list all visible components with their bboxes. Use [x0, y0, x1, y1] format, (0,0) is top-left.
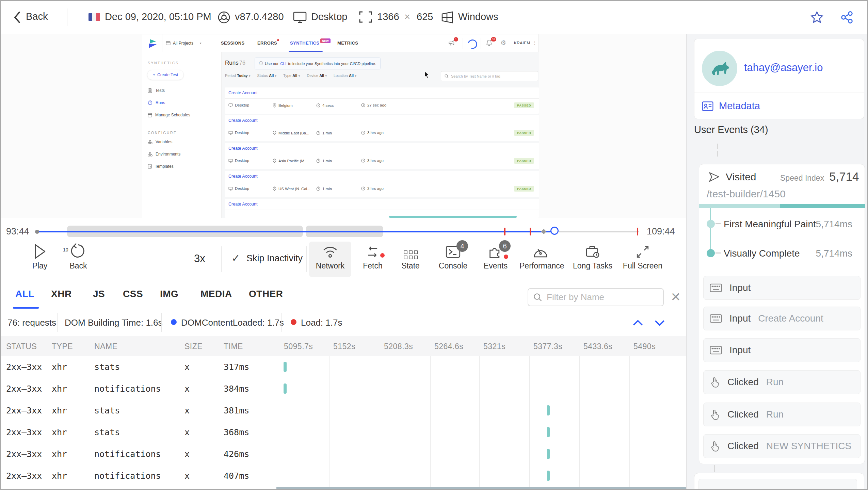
tab-media[interactable]: MEDIA: [200, 289, 232, 299]
time-tick: 5208.3s: [384, 342, 413, 351]
jump-next-icon[interactable]: [653, 318, 666, 328]
waterfall-mark: [547, 427, 550, 437]
back-button[interactable]: Back: [26, 11, 48, 22]
filter-location-value[interactable]: All: [349, 74, 354, 78]
full-screen-button[interactable]: Full Screen: [622, 242, 664, 277]
user-panel: tahay@asayer.io Metadata User Events (34…: [686, 34, 868, 490]
app-sidebar-item-environments[interactable]: Environments: [148, 152, 221, 157]
jump-prev-icon[interactable]: [631, 318, 644, 328]
panel-toggle-events[interactable]: 6 Events: [475, 242, 517, 277]
tab-all[interactable]: ALL: [15, 289, 34, 299]
visited-event-card[interactable]: Visited Speed Index 5,714 /test-builder/…: [699, 164, 865, 464]
skip-inactivity-toggle[interactable]: Skip Inactivity: [246, 253, 303, 264]
table-row[interactable]: 2xx–3xx xhr notifications x 384ms: [1, 378, 686, 400]
tab-css[interactable]: CSS: [123, 289, 143, 299]
app-sidebar-item-templates[interactable]: Templates: [148, 164, 221, 169]
filter-type-value[interactable]: All: [292, 74, 297, 78]
cell-name: stats: [94, 362, 120, 372]
favorite-star-icon[interactable]: [810, 11, 824, 24]
panel-toggle-console[interactable]: 4 Console: [432, 242, 474, 277]
user-menu[interactable]: KRAIEM: [514, 41, 530, 45]
run-name-link[interactable]: Create Account: [228, 202, 257, 207]
run-name-link[interactable]: Create Account: [228, 146, 257, 151]
app-tab-errors[interactable]: ERRORS: [257, 40, 277, 46]
timeline-marker-gray[interactable]: [541, 229, 547, 234]
back-10-button[interactable]: 10 Back: [57, 242, 99, 277]
country-flag-france: [89, 13, 100, 21]
settings-gear-icon[interactable]: ⚙: [500, 39, 506, 47]
timeline-event-marker-red[interactable]: [530, 228, 531, 235]
cell-status: 2xx–3xx: [6, 384, 42, 394]
environments-label: Environments: [156, 152, 180, 157]
timeline-playhead-handle[interactable]: [550, 227, 559, 235]
new-badge: NEW: [320, 38, 331, 43]
run-card[interactable]: Create Account Desktop Belgium 4 secs 27…: [225, 87, 539, 114]
run-name-link[interactable]: Create Account: [228, 174, 257, 179]
timeline-start-marker: [35, 230, 39, 234]
speed-index-bar-light: [699, 204, 780, 208]
run-name-link[interactable]: Create Account: [228, 118, 257, 123]
event-item-clicked[interactable]: Clicked NEW SYNTHETICS: [703, 434, 861, 458]
filter-device-value[interactable]: All: [319, 74, 324, 78]
filter-input-box[interactable]: [528, 288, 664, 306]
app-tab-synthetics[interactable]: SYNTHETICS: [290, 40, 319, 46]
panel-toggle-network[interactable]: Network: [309, 242, 351, 277]
panel-toggle-performance[interactable]: Performance: [519, 242, 562, 277]
app-tab-metrics[interactable]: METRICS: [337, 40, 358, 46]
state-grid-icon: [389, 242, 432, 259]
user-email-link[interactable]: tahay@asayer.io: [744, 62, 823, 74]
event-item-input[interactable]: Input Create Account: [703, 307, 861, 330]
run-card[interactable]: Create Account Desktop Asia Pacific (M..…: [225, 143, 539, 169]
timeline-event-marker-red[interactable]: [637, 228, 638, 235]
app-sidebar-item-tests[interactable]: Tests: [148, 88, 221, 93]
timeline-event-marker-red[interactable]: [504, 228, 505, 235]
event-item-clicked[interactable]: Clicked Run: [703, 370, 861, 394]
event-item-input[interactable]: Input: [703, 276, 861, 300]
app-sidebar-item-runs[interactable]: Runs: [148, 100, 221, 105]
banner-cli-link[interactable]: CLI: [280, 62, 286, 66]
runs-clock-icon: [148, 100, 152, 105]
close-panel-icon[interactable]: ✕: [671, 290, 681, 304]
tab-other[interactable]: OTHER: [249, 289, 283, 299]
run-card-partial[interactable]: Create Account: [225, 199, 539, 218]
panel-toggle-state[interactable]: State: [389, 242, 432, 277]
active-tab-underline: [13, 307, 39, 309]
run-card[interactable]: Create Account Desktop US West (N. Cal..…: [225, 171, 539, 197]
table-row[interactable]: 2xx–3xx xhr notifications x 407ms: [1, 465, 686, 487]
app-sidebar-item-variables[interactable]: Variables: [148, 140, 221, 144]
run-name-link[interactable]: Create Account: [228, 91, 257, 95]
event-item-clicked[interactable]: Clicked Run: [703, 403, 861, 426]
app-sidebar-item-manage-schedules[interactable]: Manage Schedules: [148, 113, 221, 117]
app-tab-sessions[interactable]: SESSIONS: [221, 40, 245, 46]
tab-xhr[interactable]: XHR: [51, 289, 72, 299]
cell-size: x: [184, 384, 190, 394]
tab-js[interactable]: JS: [93, 289, 105, 299]
timeline-track[interactable]: [36, 218, 639, 240]
filter-input[interactable]: [546, 292, 649, 303]
cell-time: 407ms: [224, 471, 249, 481]
next-event-card-partial[interactable]: [694, 473, 864, 490]
runs-filters: Period Today ▾ Status All ▾ Type All ▾ D…: [225, 73, 356, 78]
run-card[interactable]: Create Account Desktop Middle East (Ba..…: [225, 115, 539, 141]
table-row[interactable]: 2xx–3xx xhr stats x 368ms: [1, 422, 686, 443]
search-icon: [533, 293, 543, 302]
share-icon[interactable]: [840, 11, 854, 24]
filter-period-value[interactable]: Today: [237, 74, 248, 78]
table-row[interactable]: 2xx–3xx xhr notifications x 426ms: [1, 443, 686, 465]
back-chevron-icon[interactable]: [13, 11, 22, 24]
event-item-input[interactable]: Input: [703, 338, 861, 362]
filter-status-value[interactable]: All: [269, 74, 274, 78]
event-connector: [714, 465, 715, 472]
table-row[interactable]: 2xx–3xx xhr stats x 381ms: [1, 400, 686, 422]
speed-toggle[interactable]: 3x: [194, 252, 205, 265]
kebab-menu-icon[interactable]: ⋮: [532, 40, 537, 45]
play-button[interactable]: Play: [19, 242, 61, 277]
app-search-box[interactable]: Search by Test Name or #Tag: [441, 71, 538, 81]
tab-img[interactable]: IMG: [160, 289, 178, 299]
table-row[interactable]: 2xx–3xx xhr stats x 317ms: [1, 356, 686, 378]
metadata-button[interactable]: Metadata: [702, 100, 760, 112]
panel-toggle-long-tasks[interactable]: Long Tasks: [572, 242, 614, 277]
project-selector[interactable]: All Projects ▾: [162, 34, 217, 52]
create-test-button[interactable]: + Create Test: [147, 70, 184, 80]
panel-toggle-fetch[interactable]: Fetch: [352, 242, 394, 277]
